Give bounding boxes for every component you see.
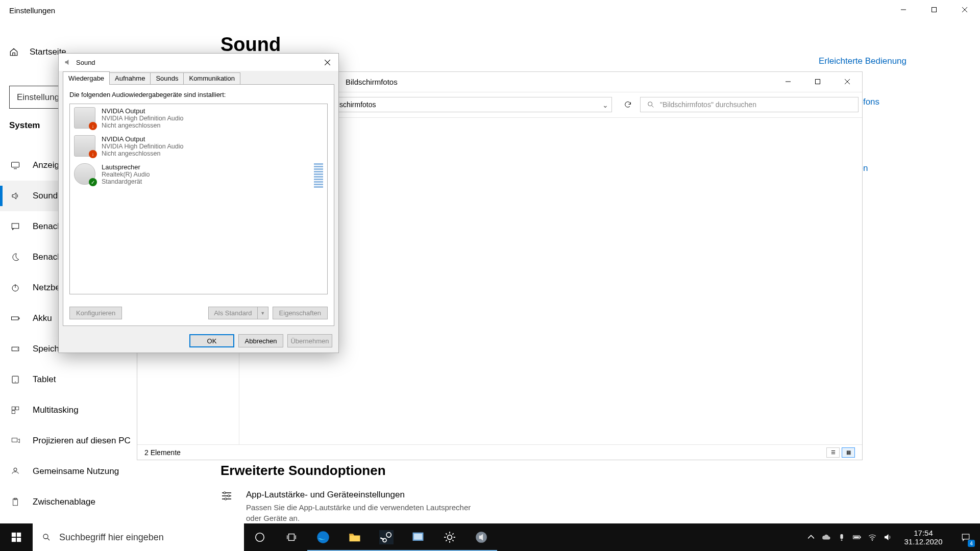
- svg-point-29: [256, 533, 264, 542]
- edge-taskbar[interactable]: [307, 524, 339, 551]
- tab-communication[interactable]: Kommunikation: [183, 72, 240, 85]
- tray-volume[interactable]: [880, 523, 895, 551]
- svg-rect-30: [289, 534, 295, 541]
- svg-rect-43: [854, 537, 859, 538]
- svg-rect-39: [840, 534, 843, 539]
- dialog-buttons: OK Abbrechen Übernehmen: [189, 334, 332, 347]
- svg-point-19: [224, 492, 226, 494]
- battery-icon: [852, 533, 862, 542]
- nav-shared[interactable]: Gemeinsame Nutzung: [0, 456, 207, 487]
- device-row[interactable]: ↓ NVIDIA Output NVIDIA High Definition A…: [70, 132, 327, 160]
- advanced-sound-section: Erweiterte Soundoptionen App-Lautstärke-…: [220, 463, 486, 523]
- refresh-button[interactable]: [620, 97, 636, 112]
- nav-label: Projizieren auf diesen PC: [33, 436, 131, 446]
- disconnected-badge-icon: ↓: [89, 150, 97, 158]
- disconnected-badge-icon: ↓: [89, 122, 97, 130]
- device-status: Standardgerät: [102, 178, 150, 185]
- nav-label: Tablet: [33, 374, 56, 385]
- chevron-down-icon[interactable]: ▼: [257, 307, 268, 319]
- cortana-button[interactable]: [244, 523, 276, 551]
- tablet-icon: [9, 373, 21, 386]
- sound-close-button[interactable]: [316, 54, 338, 71]
- tray-onedrive[interactable]: [819, 523, 834, 551]
- tab-playback[interactable]: Wiedergabe: [63, 71, 110, 85]
- close-button[interactable]: [949, 0, 980, 19]
- cortana-icon: [254, 532, 265, 543]
- explorer-window-buttons: [773, 72, 862, 91]
- status-text: 2 Elemente: [144, 448, 181, 457]
- sound-dialog-titlebar[interactable]: Sound: [59, 54, 338, 71]
- panel-buttons: Konfigurieren Als Standard ▼ Eigenschaft…: [69, 307, 328, 319]
- window-buttons: [888, 0, 980, 19]
- steam-taskbar[interactable]: [371, 524, 402, 551]
- exp-maximize[interactable]: [803, 72, 832, 91]
- action-center[interactable]: 4: [951, 523, 980, 551]
- default-split-button[interactable]: Als Standard ▼: [208, 307, 268, 319]
- explorer-search[interactable]: "Bildschirmfotos" durchsuchen: [640, 97, 859, 112]
- settings-taskbar[interactable]: [434, 524, 465, 551]
- tab-recording[interactable]: Aufnahme: [109, 72, 151, 85]
- taskbar-clock[interactable]: 17:54 31.12.2020: [895, 529, 951, 546]
- svg-rect-13: [12, 438, 17, 442]
- speaker-icon: [9, 190, 21, 202]
- maximize-button[interactable]: [919, 0, 949, 19]
- sliders-icon: [220, 490, 233, 523]
- nav-label: Sound: [33, 191, 58, 201]
- sound-cpl-taskbar[interactable]: [465, 524, 497, 551]
- svg-point-7: [17, 348, 18, 349]
- exp-minimize[interactable]: [773, 72, 803, 91]
- details-view-button[interactable]: ☰: [826, 447, 840, 458]
- advanced-desc: Passen Sie die App-Lautstärke und die ve…: [246, 502, 486, 523]
- apply-button[interactable]: Übernehmen: [287, 334, 332, 347]
- device-row[interactable]: ✓ Lautsprecher Realtek(R) Audio Standard…: [70, 160, 327, 191]
- tray-battery[interactable]: [849, 523, 865, 551]
- svg-rect-25: [17, 533, 21, 537]
- configure-button[interactable]: Konfigurieren: [69, 307, 122, 319]
- svg-point-44: [872, 540, 873, 541]
- explorer-search-placeholder: "Bildschirmfotos" durchsuchen: [660, 101, 756, 109]
- system-heading: System: [9, 120, 40, 131]
- svg-point-37: [448, 535, 452, 540]
- device-list[interactable]: ↓ NVIDIA Output NVIDIA High Definition A…: [69, 104, 328, 294]
- app-taskbar-1[interactable]: [402, 524, 434, 551]
- explorer-title: Bildschirmfotos: [346, 78, 398, 86]
- svg-rect-27: [17, 538, 21, 542]
- steam-icon: [379, 530, 394, 544]
- svg-rect-22: [816, 80, 820, 84]
- properties-button[interactable]: Eigenschaften: [273, 307, 328, 319]
- sound-icon: [64, 58, 72, 66]
- svg-rect-42: [860, 537, 861, 538]
- svg-point-23: [648, 102, 652, 106]
- tab-sounds[interactable]: Sounds: [150, 72, 184, 85]
- taskbar-search[interactable]: Suchbegriff hier eingeben: [33, 523, 244, 551]
- svg-rect-36: [414, 534, 422, 540]
- tray-overflow[interactable]: [803, 523, 819, 551]
- app-volume-row[interactable]: App-Lautstärke- und Geräteeinstellungen …: [220, 490, 486, 523]
- ok-button[interactable]: OK: [189, 334, 234, 347]
- svg-rect-0: [932, 8, 937, 12]
- taskbar-search-placeholder: Suchbegriff hier eingeben: [59, 532, 164, 543]
- moon-icon: [9, 251, 21, 263]
- taskview-button[interactable]: [276, 523, 307, 551]
- exp-close[interactable]: [832, 72, 862, 91]
- chevron-down-icon[interactable]: ⌄: [602, 101, 609, 109]
- start-button[interactable]: [0, 523, 33, 551]
- svg-rect-40: [841, 540, 843, 541]
- large-icons-view-button[interactable]: ▦: [842, 447, 855, 458]
- device-sub: NVIDIA High Definition Audio: [102, 115, 184, 122]
- device-status: Nicht angeschlossen: [102, 122, 184, 129]
- device-sub: Realtek(R) Audio: [102, 171, 150, 178]
- device-row[interactable]: ↓ NVIDIA Output NVIDIA High Definition A…: [70, 104, 327, 132]
- explorer-taskbar[interactable]: [339, 524, 371, 551]
- nav-clipboard[interactable]: Zwischenablage: [0, 487, 207, 517]
- svg-rect-4: [12, 317, 19, 320]
- cancel-button[interactable]: Abbrechen: [238, 334, 283, 347]
- page-title: Sound: [220, 34, 281, 56]
- tray-app[interactable]: [834, 523, 849, 551]
- sound-dialog-title: Sound: [76, 59, 95, 66]
- nav-label: Akku: [33, 313, 52, 323]
- settings-title: Einstellungen: [9, 6, 55, 15]
- minimize-button[interactable]: [888, 0, 919, 19]
- tray-wifi[interactable]: [865, 523, 880, 551]
- right-link-1[interactable]: Erleichterte Bedienung: [819, 56, 972, 66]
